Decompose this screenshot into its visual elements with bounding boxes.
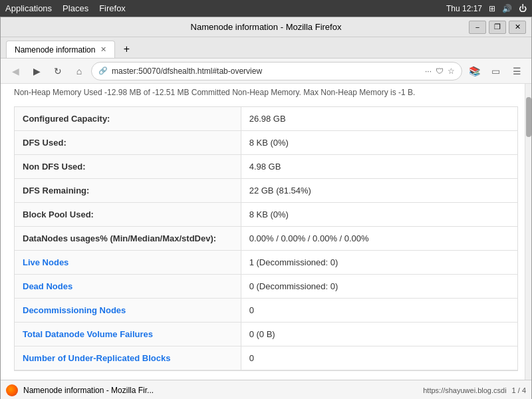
table-row: DFS Used:8 KB (0%) <box>15 131 517 155</box>
table-cell-value: 22 GB (81.54%) <box>241 179 517 203</box>
table-cell-value: 1 (Decommissioned: 0) <box>241 251 517 275</box>
table-cell-value: 0 (0 B) <box>241 323 517 346</box>
table-cell-label: Configured Capacity: <box>15 107 241 131</box>
close-button[interactable]: ✕ <box>509 21 526 34</box>
table-cell-value: 8 KB (0%) <box>241 203 517 227</box>
info-table: Configured Capacity:26.98 GBDFS Used:8 K… <box>15 107 517 370</box>
scrollbar[interactable] <box>525 84 531 380</box>
sidebar-button[interactable]: ▭ <box>486 62 505 80</box>
table-cell-label[interactable]: Dead Nodes <box>15 275 241 299</box>
reload-button[interactable]: ↻ <box>49 62 67 80</box>
address-text: master:50070/dfshealth.html#tab-overview <box>112 66 421 76</box>
shield-icon: 🛡 <box>436 66 444 76</box>
content-area: Non-Heap Memory Used -12.98 MB of -12.51… <box>1 84 531 380</box>
tab-bar: Namenode information ✕ + <box>1 37 531 59</box>
system-time: Thu 12:17 <box>446 4 482 13</box>
table-row: DFS Remaining:22 GB (81.54%) <box>15 179 517 203</box>
firefox-menu[interactable]: Firefox <box>99 3 126 13</box>
browser-window: Namenode information - Mozilla Firefox −… <box>0 17 532 399</box>
places-menu[interactable]: Places <box>63 3 88 13</box>
table-cell-label: Block Pool Used: <box>15 203 241 227</box>
table-row: Dead Nodes0 (Decommissioned: 0) <box>15 275 517 299</box>
status-tab-title: Namenode information - Mozilla Fir... <box>23 386 154 395</box>
table-cell-value: 8 KB (0%) <box>241 131 517 155</box>
info-table-wrapper: Configured Capacity:26.98 GBDFS Used:8 K… <box>14 106 518 371</box>
status-url: https://shayuwei.blog.csdi <box>423 386 506 394</box>
table-cell-value: 0 <box>241 346 517 370</box>
table-row: Total Datanode Volume Failures0 (0 B) <box>15 323 517 346</box>
table-cell-label[interactable]: Number of Under-Replicated Blocks <box>15 346 241 370</box>
status-bar: Namenode information - Mozilla Fir... ht… <box>1 380 531 399</box>
network-icon: ⊞ <box>489 4 495 13</box>
table-link-label[interactable]: Dead Nodes <box>23 281 72 291</box>
table-link-label[interactable]: Live Nodes <box>23 257 68 267</box>
table-cell-value: 0 (Decommissioned: 0) <box>241 275 517 299</box>
new-tab-button[interactable]: + <box>118 41 135 58</box>
browser-tab-0[interactable]: Namenode information ✕ <box>6 41 115 58</box>
secure-icon: 🔗 <box>98 66 108 75</box>
home-button[interactable]: ⌂ <box>70 62 88 80</box>
tab-close-button[interactable]: ✕ <box>100 45 106 54</box>
table-cell-value: 0 <box>241 299 517 323</box>
back-button[interactable]: ◀ <box>6 62 25 80</box>
memory-info-text: Non-Heap Memory Used -12.98 MB of -12.51… <box>14 84 518 101</box>
table-cell-value: 0.00% / 0.00% / 0.00% / 0.00% <box>241 227 517 251</box>
library-button[interactable]: 📚 <box>465 62 483 80</box>
nav-actions: 📚 ▭ ☰ <box>465 62 526 80</box>
table-cell-label: Non DFS Used: <box>15 155 241 179</box>
address-bar[interactable]: 🔗 master:50070/dfshealth.html#tab-overvi… <box>91 62 462 80</box>
menu-dots-button[interactable]: ··· <box>425 66 432 76</box>
restore-button[interactable]: ❐ <box>489 21 506 34</box>
table-link-label[interactable]: Number of Under-Replicated Blocks <box>23 353 171 363</box>
bookmark-button[interactable]: ☆ <box>448 66 455 76</box>
volume-icon: 🔊 <box>502 4 512 13</box>
table-link-label[interactable]: Decommissioning Nodes <box>23 305 126 315</box>
forward-button[interactable]: ▶ <box>27 62 46 80</box>
power-icon: ⏻ <box>519 4 527 13</box>
table-cell-value: 4.98 GB <box>241 155 517 179</box>
firefox-logo-icon <box>6 384 18 396</box>
table-cell-value: 26.98 GB <box>241 107 517 131</box>
table-link-label[interactable]: Total Datanode Volume Failures <box>23 329 153 339</box>
table-row: Configured Capacity:26.98 GB <box>15 107 517 131</box>
table-row: Live Nodes1 (Decommissioned: 0) <box>15 251 517 275</box>
window-title: Namenode information - Mozilla Firefox <box>191 22 342 32</box>
table-cell-label[interactable]: Decommissioning Nodes <box>15 299 241 323</box>
page-count: 1 / 4 <box>512 386 526 394</box>
table-cell-label: DFS Remaining: <box>15 179 241 203</box>
system-bar: Applications Places Firefox Thu 12:17 ⊞ … <box>0 0 532 17</box>
table-cell-label: DataNodes usages% (Min/Median/Max/stdDev… <box>15 227 241 251</box>
table-row: Non DFS Used:4.98 GB <box>15 155 517 179</box>
table-row: Number of Under-Replicated Blocks0 <box>15 346 517 370</box>
table-cell-label[interactable]: Total Datanode Volume Failures <box>15 323 241 346</box>
window-controls: − ❐ ✕ <box>469 21 526 34</box>
table-cell-label[interactable]: Live Nodes <box>15 251 241 275</box>
table-row: DataNodes usages% (Min/Median/Max/stdDev… <box>15 227 517 251</box>
nav-bar: ◀ ▶ ↻ ⌂ 🔗 master:50070/dfshealth.html#ta… <box>1 59 531 84</box>
minimize-button[interactable]: − <box>469 21 486 34</box>
hamburger-menu[interactable]: ☰ <box>507 62 526 80</box>
title-bar: Namenode information - Mozilla Firefox −… <box>1 17 531 37</box>
scroll-thumb[interactable] <box>526 97 531 137</box>
applications-menu[interactable]: Applications <box>5 3 52 13</box>
table-row: Block Pool Used:8 KB (0%) <box>15 203 517 227</box>
tab-label: Namenode information <box>15 45 95 55</box>
page-content: Non-Heap Memory Used -12.98 MB of -12.51… <box>1 84 531 378</box>
table-cell-label: DFS Used: <box>15 131 241 155</box>
table-row: Decommissioning Nodes0 <box>15 299 517 323</box>
